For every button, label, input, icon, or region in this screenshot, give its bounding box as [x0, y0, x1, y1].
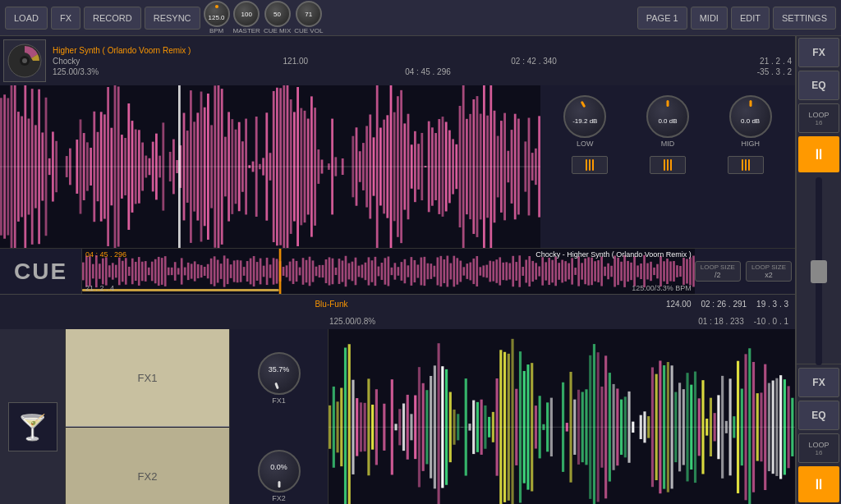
fx2-knob[interactable]: 0.0%	[258, 450, 301, 493]
fx1-knob[interactable]: 35.7%	[258, 352, 301, 395]
loop-size-group-a: LOOP SIZE /2 LOOP SIZE x2	[695, 249, 795, 294]
deck-a-bpm2: 125.00/3.3%	[53, 67, 99, 76]
eq-panel-a: -19.2 dB LOW 0.0 dB MID 0.0	[540, 85, 795, 248]
master-knob-group: 100 MASTER	[233, 1, 260, 34]
pause-right-btn-a[interactable]: ⏸	[798, 136, 839, 172]
fader-thumb-a[interactable]	[811, 260, 827, 283]
deck-b-waveform[interactable]	[329, 329, 795, 504]
deck-b-knob-area: 35.7% FX1 0.0% FX2	[230, 329, 329, 504]
deck-b-info-row2: 125.00/0.8% 01 : 18 . 233 -10 . 0 . 1	[0, 313, 795, 329]
fader-track-a	[816, 177, 822, 365]
settings-button[interactable]: SETTINGS	[773, 7, 836, 30]
cue-mix-knob-group: 50 CUE MIX	[264, 1, 291, 34]
loop-half-btn-a[interactable]: LOOP SIZE /2	[695, 261, 741, 282]
fx2-knob-group: 0.0% FX2	[258, 450, 301, 502]
loop-right-btn-a[interactable]: LOOP 16	[798, 103, 839, 133]
deck-b-middle: 🍸 FX1 FX2 35.7% FX1	[0, 329, 795, 504]
low-kill-icon	[586, 159, 594, 171]
eq-right-btn-a[interactable]: EQ	[798, 71, 839, 100]
cue-vol-knob-group: 71 CUE VOL	[294, 1, 323, 34]
deck-a-time2: 04 : 45 . 296	[405, 67, 451, 76]
mid-label: MID	[661, 140, 675, 148]
bpm-knob[interactable]: 125.0	[204, 1, 230, 27]
eq-right-btn-b[interactable]: EQ	[798, 401, 839, 430]
mid-kill-btn[interactable]	[650, 156, 686, 174]
bpm-knob-group: 125.0 BPM	[204, 1, 230, 34]
deck-a-time1: 02 : 42 . 340	[511, 57, 557, 66]
cue-pos-a: 21 . 2 . 4	[85, 284, 114, 292]
deck-a-track-info: Higher Synth ( Orlando Voorn Remix ) Cho…	[53, 46, 792, 76]
record-button[interactable]: RECORD	[84, 7, 141, 30]
deck-b-thumb-img: 🍸	[8, 402, 57, 451]
fx-button[interactable]: FX	[51, 7, 80, 30]
deck-a-main-area: -19.2 dB LOW 0.0 dB MID 0.0	[0, 85, 795, 248]
high-label: HIGH	[741, 140, 760, 148]
loop-right-btn-b[interactable]: LOOP 16	[798, 433, 839, 463]
high-knob-group: 0.0 dB HIGH	[729, 95, 772, 148]
svg-rect-462	[748, 348, 751, 504]
master-knob[interactable]: 100	[233, 1, 260, 27]
low-label: LOW	[577, 140, 594, 148]
cue-bpm-a: 125.00/3.3% BPM	[632, 284, 692, 292]
deck-b-fx-area: FX1 FX2	[66, 329, 230, 504]
cue-top-row-a: 04 : 45 . 296 Chocky - Higher Synth ( Or…	[85, 250, 692, 259]
deck-a-meta-row2: 125.00/3.3% 04 : 45 . 296 -35 . 3 . 2	[53, 67, 792, 76]
deck-a-pos2: -35 . 3 . 2	[757, 67, 792, 76]
deck-b-info-row1: Blu-Funk 124.00 02 : 26 . 291 19 . 3 . 3	[0, 295, 795, 313]
deck-a-pos1: 21 . 2 . 4	[760, 57, 792, 66]
edit-button[interactable]: EDIT	[731, 7, 770, 30]
cue-waveform-a[interactable]: 04 : 45 . 296 Chocky - Higher Synth ( Or…	[82, 249, 695, 294]
mid-knob[interactable]: 0.0 dB	[646, 95, 689, 138]
cue-overlay-a: 04 : 45 . 296 Chocky - Higher Synth ( Or…	[82, 249, 695, 294]
page1-button[interactable]: PAGE 1	[637, 7, 687, 30]
cue-bottom-row-a: 21 . 2 . 4 125.00/3.3% BPM	[85, 284, 692, 292]
vinyl-icon	[7, 43, 43, 79]
midi-button[interactable]: MIDI	[691, 7, 728, 30]
deck-b-bpm2: 125.00/0.8%	[329, 317, 375, 326]
deck-a-waveform[interactable]	[0, 85, 540, 248]
deck-a-title: Higher Synth ( Orlando Voorn Remix )	[53, 46, 792, 55]
fx-right-btn-a[interactable]: FX	[798, 38, 839, 67]
loop-double-btn-a[interactable]: LOOP SIZE x2	[746, 261, 792, 282]
resync-button[interactable]: RESYNC	[145, 7, 200, 30]
deck-b-pos1: 19 . 3 . 3	[756, 300, 788, 309]
cue-label-a[interactable]: CUE	[0, 249, 82, 294]
deck-a-artist: Chocky	[53, 57, 80, 66]
deck-b-pos2: -10 . 0 . 1	[754, 317, 788, 326]
fx1-box[interactable]: FX1	[66, 329, 229, 427]
low-knob[interactable]: -19.2 dB	[563, 95, 606, 138]
fx1-knob-label: FX1	[272, 396, 286, 405]
mid-kill-icon	[664, 159, 672, 171]
deck-b-bpm: 124.00	[666, 300, 692, 309]
deck-a-meta-row1: Chocky 121.00 02 : 42 . 340 21 . 2 . 4	[53, 57, 792, 66]
svg-rect-382	[438, 343, 440, 504]
toolbar: LOAD FX RECORD RESYNC 125.0 BPM 100 MAST…	[0, 0, 841, 36]
deck-b-wave-svg	[329, 329, 795, 504]
left-panel: Higher Synth ( Orlando Voorn Remix ) Cho…	[0, 36, 796, 504]
cue-time-a: 04 : 45 . 296	[85, 250, 126, 259]
fx2-knob-label: FX2	[272, 494, 286, 502]
cue-track-a: Chocky - Higher Synth ( Orlando Voorn Re…	[535, 250, 692, 259]
fader-a[interactable]	[797, 174, 841, 362]
svg-point-2	[22, 58, 27, 63]
eq-kill-row	[544, 154, 792, 176]
pause-right-btn-b[interactable]: ⏸	[798, 466, 839, 502]
high-kill-btn[interactable]	[728, 156, 764, 174]
low-knob-group: -19.2 dB LOW	[563, 95, 606, 148]
fx2-box[interactable]: FX2	[66, 428, 229, 504]
load-button[interactable]: LOAD	[5, 7, 48, 30]
main-area: Higher Synth ( Orlando Voorn Remix ) Cho…	[0, 36, 841, 504]
deck-b-thumbnail: 🍸	[0, 329, 66, 504]
deck-b-title: Blu-Funk	[7, 300, 656, 309]
svg-rect-358	[344, 348, 347, 504]
high-knob[interactable]: 0.0 dB	[729, 95, 772, 138]
cue-vol-knob[interactable]: 71	[296, 1, 322, 27]
fx1-knob-group: 35.7% FX1	[258, 352, 301, 405]
low-kill-btn[interactable]	[572, 156, 608, 174]
fx-right-btn-b[interactable]: FX	[798, 368, 839, 397]
cue-mix-knob[interactable]: 50	[264, 1, 291, 27]
svg-rect-401	[511, 339, 513, 504]
high-kill-icon	[742, 159, 750, 171]
deck-a-header: Higher Synth ( Orlando Voorn Remix ) Cho…	[0, 36, 795, 85]
deck-a-thumbnail	[3, 39, 46, 82]
